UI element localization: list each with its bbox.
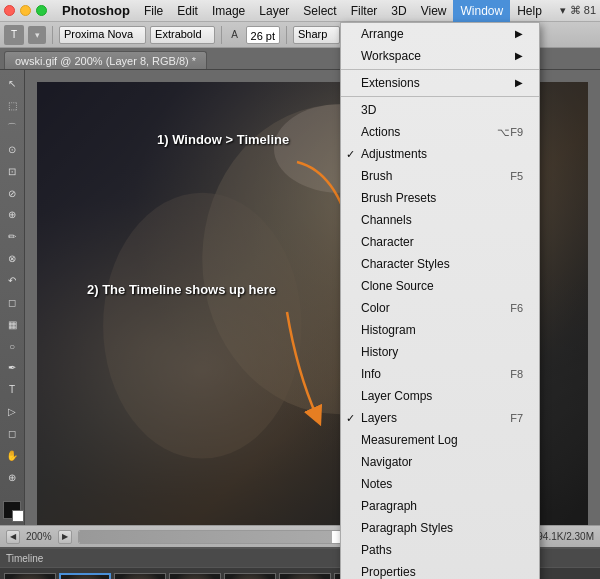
tool-history-brush[interactable]: ↶ (2, 271, 22, 291)
tool-zoom[interactable]: ⊕ (2, 467, 22, 487)
menu-item-filter[interactable]: Filter (344, 0, 385, 22)
shortcut-label: F5 (510, 167, 523, 185)
menu-item-window[interactable]: Window (453, 0, 510, 22)
menu-item-clone-source[interactable]: Clone Source (341, 275, 539, 297)
menu-item-paths[interactable]: Paths (341, 539, 539, 561)
checkmark-icon: ✓ (346, 409, 355, 427)
tool-hand[interactable]: ✋ (2, 445, 22, 465)
menu-item-navigator[interactable]: Navigator (341, 451, 539, 473)
close-button[interactable] (4, 5, 15, 16)
tool-dodge[interactable]: ○ (2, 336, 22, 356)
menu-item-help[interactable]: Help (510, 0, 549, 22)
font-size-field[interactable]: 26 pt (246, 26, 280, 44)
maximize-button[interactable] (36, 5, 47, 16)
menu-item-history[interactable]: History (341, 341, 539, 363)
menu-item-label: Brush (361, 167, 392, 185)
menu-item-extensions[interactable]: Extensions▶ (341, 72, 539, 94)
menu-item-label: Info (361, 365, 381, 383)
timeline-frame-1[interactable]: 0.0c 1 (4, 573, 56, 579)
nav-prev-button[interactable]: ◀ (6, 530, 20, 544)
shortcut-label: F7 (510, 409, 523, 427)
tool-eyedropper[interactable]: ⊘ (2, 183, 22, 203)
menu-item-photoshop[interactable]: Photoshop (55, 0, 137, 22)
tool-quick-select[interactable]: ⊙ (2, 140, 22, 160)
menu-item-layers[interactable]: ✓LayersF7 (341, 407, 539, 429)
timeline-frame-6[interactable]: 0.0c 6 (279, 573, 331, 579)
menu-item-character-styles[interactable]: Character Styles (341, 253, 539, 275)
menu-item-layer-comps[interactable]: Layer Comps (341, 385, 539, 407)
tool-marquee[interactable]: ⬚ (2, 96, 22, 116)
menu-item-label: Extensions (361, 74, 420, 92)
document-tab[interactable]: owski.gif @ 200% (Layer 8, RGB/8) * (4, 51, 207, 69)
menu-item-label: History (361, 343, 398, 361)
menu-item-layer[interactable]: Layer (252, 0, 296, 22)
menu-item-label: Actions (361, 123, 400, 141)
menu-bar: Photoshop File Edit Image Layer Select F… (0, 0, 600, 22)
menu-item-select[interactable]: Select (296, 0, 343, 22)
menu-item-workspace[interactable]: Workspace▶ (341, 45, 539, 67)
timeline-frame-2[interactable]: 0.0c 2 (59, 573, 111, 579)
background-color[interactable] (12, 510, 24, 522)
minimize-button[interactable] (20, 5, 31, 16)
menu-item-view[interactable]: View (414, 0, 454, 22)
menu-item-file[interactable]: File (137, 0, 170, 22)
menu-item-label: Clone Source (361, 277, 434, 295)
menu-item-info[interactable]: InfoF8 (341, 363, 539, 385)
menu-item-image[interactable]: Image (205, 0, 252, 22)
menu-item-label: Arrange (361, 25, 404, 43)
timeline-label: Timeline (6, 553, 43, 564)
svg-rect-10 (61, 575, 109, 579)
menu-item-arrange[interactable]: Arrange▶ (341, 23, 539, 45)
nav-next-button[interactable]: ▶ (58, 530, 72, 544)
menu-item-3d[interactable]: 3D (341, 99, 539, 121)
menu-item-histogram[interactable]: Histogram (341, 319, 539, 341)
timeline-frame-5[interactable]: 0.0c 5 (224, 573, 276, 579)
anti-alias-dropdown[interactable]: Sharp (293, 26, 340, 44)
font-family-dropdown[interactable]: Proxima Nova (59, 26, 146, 44)
font-style-dropdown[interactable]: Extrabold (150, 26, 214, 44)
menu-item-actions[interactable]: Actions⌥F9 (341, 121, 539, 143)
tool-eraser[interactable]: ◻ (2, 292, 22, 312)
tool-shape[interactable]: ◻ (2, 424, 22, 444)
menu-divider (341, 96, 539, 97)
tool-brush[interactable]: ✏ (2, 227, 22, 247)
tool-spot-heal[interactable]: ⊕ (2, 205, 22, 225)
menu-item-label: Character (361, 233, 414, 251)
tool-type[interactable]: T (2, 380, 22, 400)
menu-item-edit[interactable]: Edit (170, 0, 205, 22)
menu-item-character[interactable]: Character (341, 231, 539, 253)
separator-2 (221, 26, 222, 44)
menu-item-brush[interactable]: BrushF5 (341, 165, 539, 187)
menu-item-brush-presets[interactable]: Brush Presets (341, 187, 539, 209)
shortcut-label: F6 (510, 299, 523, 317)
menu-item-measurement-log[interactable]: Measurement Log (341, 429, 539, 451)
menu-item-3d[interactable]: 3D (384, 0, 413, 22)
tool-select[interactable]: ↖ (2, 74, 22, 94)
menu-item-properties[interactable]: Properties (341, 561, 539, 579)
menu-item-paragraph[interactable]: Paragraph (341, 495, 539, 517)
tool-lasso[interactable]: ⌒ (2, 118, 22, 138)
tool-clone[interactable]: ⊗ (2, 249, 22, 269)
tool-pen[interactable]: ✒ (2, 358, 22, 378)
foreground-color[interactable] (3, 501, 21, 519)
menu-item-notes[interactable]: Notes (341, 473, 539, 495)
tool-path-select[interactable]: ▷ (2, 402, 22, 422)
menu-item-adjustments[interactable]: ✓Adjustments (341, 143, 539, 165)
svg-point-4 (103, 193, 301, 459)
tool-gradient[interactable]: ▦ (2, 314, 22, 334)
tool-options-icon: ▾ (28, 26, 46, 44)
menu-item-color[interactable]: ColorF6 (341, 297, 539, 319)
timeline-frame-4[interactable]: 0.0c 4 (169, 573, 221, 579)
menu-item-label: Color (361, 299, 390, 317)
wifi-icon: ▾ (560, 4, 566, 17)
svg-rect-16 (225, 574, 275, 579)
tool-crop[interactable]: ⊡ (2, 161, 22, 181)
separator (52, 26, 53, 44)
menu-item-channels[interactable]: Channels (341, 209, 539, 231)
menu-item-label: Character Styles (361, 255, 450, 273)
svg-rect-8 (5, 574, 55, 579)
timeline-frame-3[interactable]: 0.0c 3 (114, 573, 166, 579)
menu-right-status: ▾ ⌘ 81 (560, 4, 596, 17)
menu-item-label: Properties (361, 563, 416, 579)
menu-item-paragraph-styles[interactable]: Paragraph Styles (341, 517, 539, 539)
